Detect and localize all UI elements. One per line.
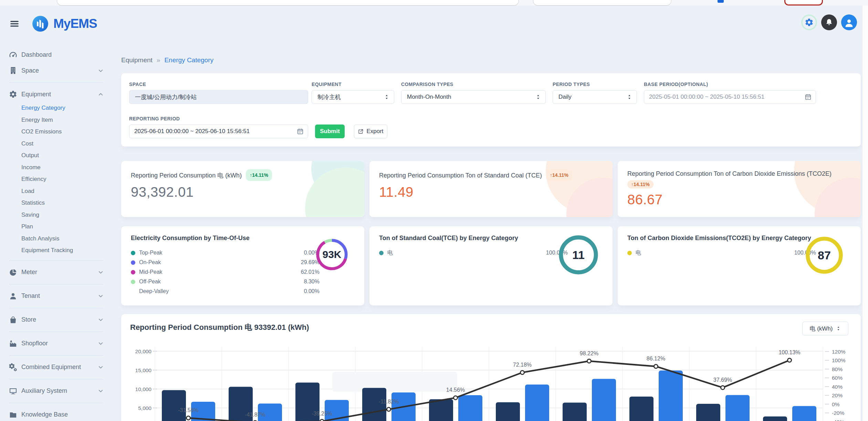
sidebar-item-label: Auxiliary System (21, 387, 97, 395)
sidebar-item-label: Dashboard (21, 51, 104, 58)
legend-item-电[interactable]: 电100.00% (379, 248, 568, 258)
donut-center-value: 11 (558, 235, 599, 275)
sidebar-item-meter[interactable]: Meter (9, 265, 104, 280)
sidebar-item-equipment-tracking[interactable]: Equipment Tracking (9, 245, 121, 257)
chevron-down-icon (97, 388, 104, 394)
donut-legend: Top-Peak0.00%On-Peak29.69%Mid-Peak62.01%… (131, 248, 320, 296)
reporting-period-input[interactable]: 2025-06-01 00:00:00 ~ 2025-06-10 15:56:5… (129, 125, 308, 138)
change-badge: ↑14.11% (546, 169, 572, 181)
equipment-value: 制冷主机 (317, 93, 341, 101)
sidebar-item-combined-equipment[interactable]: Combined Equipment (9, 359, 104, 375)
brand-name: MyEMS (53, 17, 97, 31)
sidebar-item-cost[interactable]: Cost (9, 138, 121, 150)
legend-item-Mid-Peak[interactable]: Mid-Peak62.01% (131, 267, 320, 277)
sidebar-item-auxiliary-system[interactable]: Auxiliary System (9, 383, 104, 399)
notifications-button[interactable] (821, 14, 837, 30)
sidebar-item-efficiency[interactable]: Efficiency (9, 173, 121, 185)
legend-item-电[interactable]: 电100.00% (627, 248, 816, 258)
building-icon (9, 66, 17, 75)
sidebar-submenu: Energy CategoryEnergy ItemCO2 EmissionsC… (9, 102, 121, 257)
change-badge: ↑14.11% (627, 180, 653, 188)
legend-item-On-Peak[interactable]: On-Peak29.69% (131, 258, 320, 267)
sidebar-nav: DashboardSpaceEquipmentEnergy CategoryEn… (0, 45, 121, 421)
gauge-icon (9, 51, 17, 59)
breadcrumb-energy-category[interactable]: Energy Category (164, 56, 213, 64)
sidebar-divider (9, 308, 103, 308)
select-arrows-icon (384, 94, 390, 100)
sidebar-item-saving[interactable]: Saving (9, 209, 121, 221)
sidebar-item-energy-item[interactable]: Energy Item (9, 114, 121, 126)
equipment-select[interactable]: 制冷主机 (312, 90, 394, 104)
chart-title: Reporting Period Consumption 电 93392.01 … (130, 322, 309, 333)
legend-item-Top-Peak[interactable]: Top-Peak0.00% (131, 248, 320, 258)
sidebar-divider (9, 379, 103, 379)
browser-record-button[interactable] (784, 0, 823, 6)
sidebar-item-co2-emissions[interactable]: CO2 Emissions (9, 126, 121, 138)
select-arrows-icon (836, 326, 841, 331)
stat-cards-row: Reporting Period Consumption 电 (kWh)↑14.… (121, 161, 861, 217)
select-arrows-icon (626, 94, 632, 100)
sidebar-item-shopfloor[interactable]: Shopfloor (9, 336, 104, 352)
period-types-select[interactable]: Daily (553, 90, 637, 104)
sidebar-item-label: Tenant (21, 292, 97, 300)
sidebar-item-plan[interactable]: Plan (9, 221, 121, 233)
base-period-input[interactable]: 2025-05-01 00:00:00 ~ 2025-05-10 15:56:5… (644, 90, 816, 104)
sidebar-item-label: Shopfloor (21, 340, 97, 347)
svg-text:20%: 20% (832, 392, 843, 398)
sidebar-item-statistics[interactable]: Statistics (9, 197, 121, 209)
comparison-types-select[interactable]: Month-On-Month (401, 90, 546, 104)
legend-item-Deep-Valley[interactable]: Deep-Valley0.00% (131, 287, 320, 296)
menu-icon[interactable] (9, 19, 20, 29)
legend-name: On-Peak (139, 259, 301, 266)
sidebar-item-knowledge-base[interactable]: Knowledge Base (9, 407, 104, 421)
sidebar-item-income[interactable]: Income (9, 162, 121, 174)
sidebar-divider (9, 403, 103, 403)
svg-text:100%: 100% (832, 357, 846, 363)
sidebar-item-equipment[interactable]: Equipment (9, 86, 104, 102)
equipment-label: EQUIPMENT (312, 82, 394, 87)
sidebar-item-dashboard[interactable]: Dashboard (9, 47, 104, 63)
donut-center-value: 93K (315, 238, 348, 271)
brand-logo[interactable]: MyEMS (32, 15, 97, 32)
unit-select-value: 电 (kWh) (809, 325, 833, 333)
settings-button[interactable] (801, 14, 817, 30)
svg-text:37.69%: 37.69% (713, 377, 732, 383)
sidebar-item-label: Meter (21, 269, 97, 276)
bar-line-chart: 20,00015,00010,0005,000120%100%80%60%40%… (121, 337, 861, 421)
calendar-icon[interactable] (297, 128, 304, 135)
legend-percent: 8.30% (304, 279, 320, 285)
sidebar-item-batch-analysis[interactable]: Batch Analysis (9, 233, 121, 245)
reporting-period-value: 2025-06-01 00:00:00 ~ 2025-06-10 15:56:5… (134, 128, 250, 135)
stat-card-value: 11.49 (379, 184, 603, 200)
breadcrumb-equipment[interactable]: Equipment (121, 56, 153, 64)
svg-text:-11.82%: -11.82% (379, 399, 399, 404)
base-period-value: 2025-05-01 00:00:00 ~ 2025-05-10 15:56:5… (649, 94, 764, 100)
unit-select[interactable]: 电 (kWh) (802, 322, 848, 335)
sidebar-item-energy-category[interactable]: Energy Category (9, 102, 121, 114)
svg-text:-39.25%: -39.25% (312, 411, 332, 417)
sidebar-item-store[interactable]: Store (9, 312, 104, 328)
gears-icon (9, 363, 17, 371)
main-content: Equipment » Energy Category SPACE 一度城/公用… (121, 45, 861, 421)
export-button[interactable]: Export (354, 125, 387, 138)
chevron-down-icon (97, 293, 104, 299)
submit-button[interactable]: Submit (315, 125, 345, 138)
browser-scrollbar[interactable] (862, 6, 868, 421)
sidebar-item-tenant[interactable]: Tenant (9, 288, 104, 304)
gear-icon (805, 18, 814, 27)
svg-text:15,000: 15,000 (135, 367, 152, 373)
calendar-icon[interactable] (805, 94, 812, 100)
sidebar-item-output[interactable]: Output (9, 150, 121, 162)
browser-secondary-field[interactable] (533, 0, 671, 6)
space-input[interactable]: 一度城/公用动力/制冷站 (129, 90, 308, 104)
sidebar-divider (9, 355, 103, 356)
browser-url-bar[interactable] (57, 0, 519, 6)
svg-text:40%: 40% (832, 384, 843, 390)
legend-name: Off-Peak (139, 279, 304, 285)
sidebar-item-space[interactable]: Space (9, 63, 104, 78)
user-avatar-button[interactable] (841, 14, 857, 30)
legend-name: Mid-Peak (139, 269, 301, 275)
consumption-chart-card: Reporting Period Consumption 电 93392.01 … (121, 314, 861, 421)
legend-item-Off-Peak[interactable]: Off-Peak8.30% (131, 277, 320, 287)
sidebar-item-load[interactable]: Load (9, 185, 121, 197)
